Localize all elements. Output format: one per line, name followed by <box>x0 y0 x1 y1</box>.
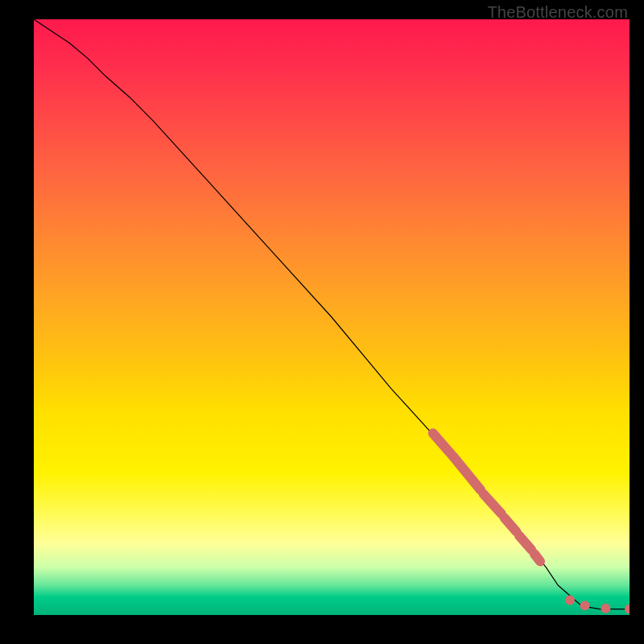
watermark-text: TheBottleneck.com <box>487 3 628 22</box>
marker-dot <box>580 601 590 610</box>
marker-segment <box>454 457 481 490</box>
marker-dot <box>601 604 610 613</box>
marker-segment <box>535 554 540 562</box>
marker-segment <box>484 494 502 514</box>
marker-segment <box>519 536 531 550</box>
main-curve <box>34 19 630 609</box>
marker-segment <box>505 518 517 531</box>
marker-dots <box>565 596 630 614</box>
marker-segments <box>433 433 540 561</box>
marker-dot <box>565 596 575 605</box>
marker-dot <box>625 605 630 614</box>
chart-overlay <box>34 19 630 615</box>
